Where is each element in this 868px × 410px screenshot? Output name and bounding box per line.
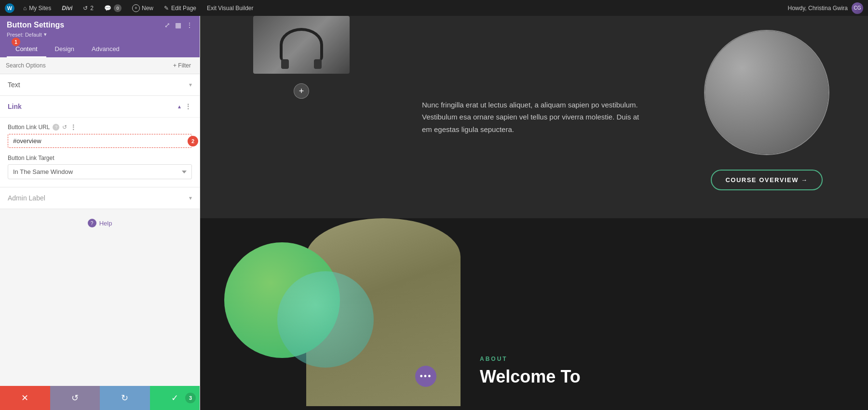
link-header-icons: ▴ ⋮	[178, 103, 192, 110]
resize-icon[interactable]: ⤢	[164, 21, 170, 29]
teal-circle	[277, 271, 374, 368]
divi-logo: Divi	[62, 5, 72, 12]
howdy-text: Howdy, Christina Gwira	[788, 5, 848, 12]
about-label: ABOUT	[480, 356, 849, 362]
left-panel: Button Settings ⤢ ▦ ⋮ Preset: Default ▾ …	[0, 16, 200, 410]
target-field-label: Button Link Target	[8, 155, 192, 161]
link-target-select[interactable]: In The Same Window In The New Tab	[8, 164, 192, 179]
main-layout: Button Settings ⤢ ▦ ⋮ Preset: Default ▾ …	[0, 16, 868, 410]
cancel-button[interactable]: ✕	[0, 386, 50, 410]
welcome-text: Welcome To	[480, 366, 849, 387]
redo-button[interactable]: ↻	[100, 386, 150, 410]
preview-body-text: Nunc fringilla erat ut lectus aliquet, a…	[422, 99, 646, 136]
panel-title-row: Button Settings ⤢ ▦ ⋮	[7, 21, 193, 29]
preset-chevron: ▾	[44, 31, 47, 38]
panel-tabs: 1 Content Design Advanced	[7, 41, 193, 57]
admin-label-chevron-icon: ▾	[189, 195, 192, 201]
circle-image-inner	[705, 31, 828, 154]
circle-image	[704, 30, 829, 155]
add-module-button[interactable]: +	[294, 83, 309, 99]
admin-label-text: Admin Label	[8, 194, 45, 202]
edit-page-link[interactable]: ✎ Edit Page	[162, 5, 198, 12]
step-badge-2: 2	[188, 136, 198, 146]
preview-section-2: ••• ABOUT Welcome To	[200, 218, 868, 406]
headphones-shape	[280, 28, 323, 62]
tab-design[interactable]: Design	[46, 41, 83, 57]
wp-logo: W	[7, 5, 12, 11]
tab-content[interactable]: 1 Content	[7, 41, 46, 57]
help-circle-icon: ?	[88, 219, 96, 227]
step-badge-1: 1	[12, 38, 20, 46]
redo-icon: ↻	[121, 393, 128, 403]
pencil-icon: ✎	[164, 5, 169, 12]
page-content: + Nunc fringilla erat ut lectus aliquet,…	[200, 16, 868, 410]
search-row: + Filter	[0, 57, 200, 74]
panel-content: Text ▾ Link ▴ ⋮ Button Link URL ?	[0, 74, 200, 386]
admin-bar-right: Howdy, Christina Gwira CG	[788, 2, 863, 14]
url-field-label-row: Button Link URL ? ↺ ⋮	[8, 123, 192, 131]
new-label: New	[142, 5, 153, 12]
divi-menu[interactable]: Divi	[60, 5, 74, 12]
headphones-image	[253, 16, 350, 74]
preset-row: Preset: Default ▾	[7, 31, 193, 38]
preview-section-1: + Nunc fringilla erat ut lectus aliquet,…	[200, 16, 868, 218]
preview-right-bottom: ABOUT Welcome To	[461, 218, 868, 406]
admin-bar: W ⌂ My Sites Divi ↺ 2 💬 0 + New ✎ Edit P…	[0, 0, 868, 16]
circle-count: 2	[90, 5, 94, 12]
help-row[interactable]: ? Help	[0, 209, 200, 237]
link-more-icon[interactable]: ⋮	[185, 103, 192, 110]
text-section[interactable]: Text ▾	[0, 74, 200, 96]
url-reset-icon[interactable]: ↺	[62, 124, 67, 131]
more-icon[interactable]: ⋮	[186, 21, 193, 29]
preview-headphones-col: +	[200, 16, 403, 218]
grid-icon[interactable]: ▦	[175, 21, 181, 29]
url-help-icon[interactable]: ?	[53, 124, 59, 131]
comments-menu[interactable]: 💬 0	[102, 4, 123, 12]
filter-button[interactable]: + Filter	[170, 61, 194, 70]
bottom-toolbar: ✕ ↺ ↻ ✓ 3	[0, 386, 200, 410]
link-header[interactable]: Link ▴ ⋮	[0, 96, 200, 118]
text-section-label: Text	[8, 81, 20, 89]
preset-label[interactable]: Preset: Default	[7, 32, 42, 38]
my-sites-menu[interactable]: ⌂ My Sites	[21, 5, 53, 12]
comment-count: 0	[114, 4, 122, 12]
link-section-label: Link	[8, 103, 22, 110]
url-more-icon[interactable]: ⋮	[70, 123, 77, 131]
save-step-badge: 3	[185, 393, 196, 403]
undo-button[interactable]: ↺	[50, 386, 100, 410]
exit-visual-builder-link[interactable]: Exit Visual Builder	[205, 5, 256, 12]
comment-icon: 💬	[104, 5, 111, 12]
my-sites-label: My Sites	[29, 5, 51, 12]
admin-label-section[interactable]: Admin Label ▾	[0, 187, 200, 209]
url-input[interactable]	[13, 137, 187, 145]
wordpress-icon[interactable]: W	[5, 3, 14, 13]
exit-label: Exit Visual Builder	[207, 5, 254, 12]
edit-page-label: Edit Page	[171, 5, 196, 12]
section-dots-button[interactable]: •••	[415, 366, 436, 387]
search-input[interactable]	[6, 62, 166, 69]
filter-label: + Filter	[173, 62, 191, 69]
course-overview-button[interactable]: COURSE OVERVIEW →	[711, 170, 822, 190]
circle-icon: ↺	[83, 5, 88, 12]
preview-center-col: Nunc fringilla erat ut lectus aliquet, a…	[403, 16, 665, 218]
user-avatar[interactable]: CG	[852, 2, 863, 14]
link-section: Link ▴ ⋮ Button Link URL ? ↺ ⋮	[0, 96, 200, 187]
text-chevron-icon: ▾	[189, 81, 192, 88]
link-chevron-up-icon: ▴	[178, 103, 181, 110]
save-button[interactable]: ✓ 3	[150, 386, 200, 410]
preview-left-bottom: •••	[200, 218, 461, 406]
panel-header: Button Settings ⤢ ▦ ⋮ Preset: Default ▾ …	[0, 16, 200, 57]
help-label: Help	[99, 220, 112, 227]
admin-bar-left: W ⌂ My Sites Divi ↺ 2 💬 0 + New ✎ Edit P…	[5, 3, 781, 13]
right-panel: + Nunc fringilla erat ut lectus aliquet,…	[200, 16, 868, 410]
cancel-icon: ✕	[21, 393, 28, 403]
link-content: Button Link URL ? ↺ ⋮ 2 Button Link Targ…	[0, 118, 200, 187]
save-icon: ✓	[171, 393, 178, 403]
new-menu[interactable]: + New	[130, 4, 155, 12]
preview-right-col: COURSE OVERVIEW →	[665, 16, 868, 218]
tab-advanced[interactable]: Advanced	[83, 41, 128, 57]
dots-icon: •••	[420, 371, 432, 382]
url-field-label: Button Link URL	[8, 124, 50, 131]
circle-updates[interactable]: ↺ 2	[81, 5, 95, 12]
undo-icon: ↺	[71, 393, 79, 403]
